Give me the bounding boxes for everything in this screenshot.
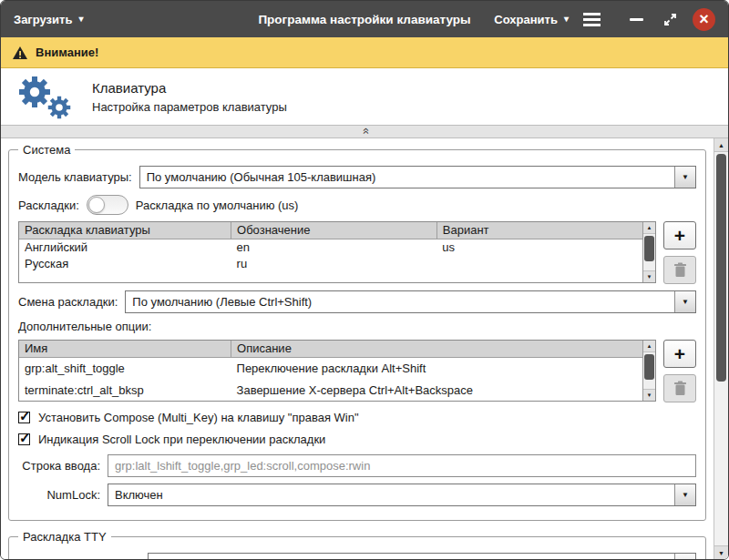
scrollbar-thumb[interactable]	[644, 354, 654, 380]
secondary-layout-select[interactable]: По умолчанию (Американский Английский) ▼	[148, 553, 696, 559]
delete-option-button[interactable]	[663, 374, 696, 402]
app-window: Загрузить ▾ Программа настройки клавиату…	[0, 0, 729, 560]
module-header-text: Клавиатура Настройка параметров клавиату…	[92, 80, 287, 114]
cell-option-name: grp:alt_shift_toggle	[19, 357, 231, 379]
module-title: Клавиатура	[92, 80, 287, 96]
hamburger-menu-icon[interactable]	[583, 13, 601, 26]
check-icon: ✓	[19, 408, 31, 424]
chevron-down-icon[interactable]: ▼	[674, 554, 695, 559]
option-table-row[interactable]: terminate:ctrl_alt_bksp Завершение X-сер…	[19, 379, 642, 401]
scroll-down-icon[interactable]: ▼	[714, 545, 728, 559]
column-header-layout: Раскладка клавиатуры	[19, 222, 231, 239]
numlock-select[interactable]: Включен ▼	[108, 484, 696, 506]
numlock-value: Включен	[108, 484, 674, 505]
compose-checkbox-label: Установить Compose (Multi_Key) на клавиш…	[38, 411, 359, 424]
scroll-down-icon[interactable]: ▼	[643, 270, 655, 282]
layout-switch-select[interactable]: По умолчанию (Левые Ctrl+Shift) ▼	[125, 290, 696, 313]
trash-icon	[673, 381, 687, 396]
options-table-buttons: +	[663, 340, 696, 402]
tty-group: Раскладка TTY Вторичная раскладка: По ум…	[8, 530, 706, 559]
cell-layout-name: Английский	[19, 239, 231, 255]
layout-switch-row: Смена раскладки: По умолчанию (Левые Ctr…	[18, 290, 696, 313]
keyboard-model-select[interactable]: По умолчанию (Обычная 105-клавишная) ▼	[139, 166, 696, 188]
secondary-layout-value: По умолчанию (Американский Английский)	[149, 554, 674, 559]
save-menu-label: Сохранить	[494, 13, 558, 26]
save-menu-button[interactable]: Сохранить ▾	[494, 13, 569, 26]
chevron-down-icon[interactable]: ▼	[674, 291, 695, 312]
module-header: Клавиатура Настройка параметров клавиату…	[1, 68, 728, 125]
add-layout-button[interactable]: +	[663, 221, 696, 249]
compose-checkbox-row: ✓ Установить Compose (Multi_Key) на клав…	[18, 411, 696, 424]
options-table-grid: Имя Описание grp:alt_shift_toggle Перекл…	[19, 341, 642, 401]
scrolllock-checkbox-row: ✓ Индикация Scroll Lock при переключении…	[18, 433, 696, 446]
load-menu-label: Загрузить	[14, 13, 72, 26]
chevron-down-icon[interactable]: ▼	[674, 167, 695, 188]
secondary-layout-label: Вторичная раскладка:	[18, 557, 140, 559]
system-group-legend: Система	[18, 143, 75, 157]
delete-layout-button[interactable]	[663, 256, 696, 284]
input-string-row: Строка ввода:	[18, 454, 696, 477]
numlock-row: NumLock: Включен ▼	[18, 484, 696, 506]
layouts-table-scrollbar: ▲ ▼	[642, 222, 655, 282]
layouts-table: Раскладка клавиатуры Обозначение Вариант…	[18, 221, 656, 283]
scroll-down-icon[interactable]: ▼	[643, 389, 655, 401]
column-header-description: Описание	[231, 341, 642, 357]
titlebar-right-controls: Сохранить ▾ ×	[494, 8, 715, 31]
collapse-bar[interactable]: »	[1, 125, 728, 138]
scroll-up-icon[interactable]: ▲	[714, 138, 728, 152]
compose-checkbox[interactable]: ✓	[18, 412, 30, 423]
secondary-layout-row: Вторичная раскладка: По умолчанию (Амери…	[18, 553, 696, 559]
cell-layout-code: ru	[231, 255, 437, 271]
keyboard-model-row: Модель клавиатуры: По умолчанию (Обычная…	[18, 166, 696, 188]
input-string-field[interactable]	[108, 454, 696, 477]
tty-group-legend: Раскладка TTY	[18, 530, 111, 544]
column-header-variant: Вариант	[436, 222, 642, 239]
warning-text: Внимание!	[36, 46, 98, 59]
collapse-chevron-icon: »	[358, 128, 370, 134]
cell-option-description: Переключение раскладки Alt+Shift	[231, 357, 642, 379]
scrolllock-checkbox-label: Индикация Scroll Lock при переключении р…	[38, 433, 325, 446]
expand-icon[interactable]	[663, 13, 677, 26]
cell-layout-code: en	[231, 239, 437, 255]
titlebar: Загрузить ▾ Программа настройки клавиату…	[1, 1, 728, 37]
close-button[interactable]: ×	[693, 8, 715, 31]
numlock-label: NumLock:	[18, 488, 100, 502]
module-subtitle: Настройка параметров клавиатуры	[92, 100, 287, 114]
option-table-row[interactable]: grp:alt_shift_toggle Переключение раскла…	[19, 357, 642, 379]
layouts-table-buttons: +	[663, 221, 696, 284]
main-scrollbar-thumb[interactable]	[716, 154, 726, 382]
plus-icon: +	[674, 344, 685, 363]
options-table: Имя Описание grp:alt_shift_toggle Перекл…	[18, 340, 656, 402]
cell-layout-variant: us	[436, 239, 642, 255]
trash-icon	[673, 262, 687, 278]
minimize-icon[interactable]	[630, 18, 643, 21]
chevron-down-icon[interactable]: ▼	[674, 484, 695, 505]
layouts-table-block: Раскладка клавиатуры Обозначение Вариант…	[18, 221, 696, 284]
layout-table-row[interactable]: Русская ru	[19, 255, 642, 271]
keyboard-model-value: По умолчанию (Обычная 105-клавишная)	[140, 167, 674, 188]
caret-down-icon: ▾	[78, 15, 83, 24]
layouts-label: Раскладки:	[18, 199, 79, 212]
layouts-row: Раскладки: Раскладка по умолчанию (us)	[18, 195, 696, 215]
layout-switch-label: Смена раскладки:	[18, 295, 118, 309]
toggle-knob	[88, 197, 105, 213]
main-scrollbar: ▲ ▼	[714, 138, 728, 559]
scroll-up-icon[interactable]: ▲	[643, 222, 655, 234]
add-option-button[interactable]: +	[663, 340, 696, 368]
scrollbar-thumb[interactable]	[644, 236, 654, 261]
layout-table-row[interactable]: Английский en us	[19, 239, 642, 255]
cell-option-description: Завершение X-сервера Ctrl+Alt+Backspace	[231, 379, 642, 401]
load-menu-button[interactable]: Загрузить ▾	[14, 13, 83, 26]
options-table-scrollbar: ▲ ▼	[642, 341, 655, 401]
scrolllock-checkbox[interactable]: ✓	[18, 433, 30, 445]
cell-layout-variant	[436, 255, 642, 271]
settings-panel: Система Модель клавиатуры: По умолчанию …	[1, 138, 714, 559]
extra-options-label: Дополнительные опции:	[18, 320, 151, 333]
options-table-block: Имя Описание grp:alt_shift_toggle Перекл…	[18, 340, 696, 402]
input-string-label: Строка ввода:	[18, 459, 100, 473]
options-table-header-row: Имя Описание	[19, 341, 642, 357]
content-area: Система Модель клавиатуры: По умолчанию …	[1, 138, 728, 559]
default-layout-toggle[interactable]	[87, 195, 128, 215]
scroll-up-icon[interactable]: ▲	[643, 341, 655, 352]
check-icon: ✓	[19, 430, 31, 446]
